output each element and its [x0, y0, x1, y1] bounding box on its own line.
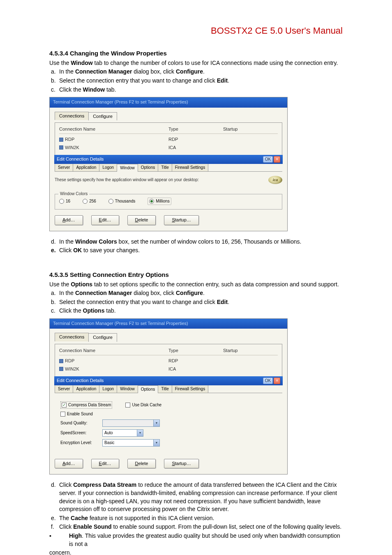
window-note: These settings specify how the applicati… [55, 177, 262, 183]
checkbox-icon [125, 403, 130, 408]
connection-icon [59, 359, 63, 363]
radio-millions[interactable]: Millions [148, 198, 171, 205]
add-button-2[interactable]: Add… [55, 459, 83, 468]
connection-table-2: Connection Name Type Startup RDP RDP WIN… [59, 348, 278, 373]
tab-logon[interactable]: Logon [99, 164, 117, 171]
chevron-down-icon: ▾ [153, 420, 159, 426]
ok-button-2[interactable]: OK [263, 378, 273, 384]
delete-button-2[interactable]: Delete [127, 459, 156, 468]
tab-application[interactable]: Application [73, 164, 99, 171]
close-button-2[interactable]: × [274, 378, 280, 384]
tab-application-2[interactable]: Application [73, 385, 99, 393]
section-2-heading: 4.5.3.5 Setting Connection Entry Options [49, 270, 343, 279]
connection-icon [59, 138, 63, 142]
ok-button[interactable]: OK [263, 156, 273, 163]
disk-cache-checkbox[interactable]: Use Disk Cache [125, 402, 161, 408]
section-1-heading: 4.5.3.4 Changing the Window Properties [49, 49, 343, 58]
radio-256[interactable]: 256 [83, 198, 96, 204]
tab-title-2[interactable]: Title [158, 385, 172, 393]
encryption-combo[interactable]: Basic▾ [102, 439, 160, 447]
section-1-steps: a.In the Connection Manager dialog box, … [49, 68, 343, 94]
tab-server[interactable]: Server [55, 164, 73, 171]
checkbox-icon [62, 403, 67, 408]
tab-title[interactable]: Title [158, 164, 172, 171]
col-connection-name[interactable]: Connection Name [59, 126, 168, 132]
connection-icon [59, 367, 63, 371]
connmgr-titlebar-2: Terminal Connection Manager (Press F2 to… [50, 319, 287, 329]
detail-tabs: Server Application Logon Window Options … [55, 164, 282, 172]
detail-tabs-2: Server Application Logon Window Options … [55, 385, 282, 393]
section-1-intro: Use the Window tab to change the number … [49, 59, 343, 67]
connection-icon [59, 145, 63, 150]
radio-16[interactable]: 16 [59, 198, 70, 204]
edit-button-2[interactable]: Edit… [91, 459, 119, 468]
table-row[interactable]: RDP RDP [59, 357, 278, 365]
figure-options-tab: Terminal Connection Manager (Press F2 to… [49, 318, 288, 474]
section-2-intro: Use the Options tab to set options speci… [49, 281, 343, 289]
tab-options[interactable]: Options [138, 164, 158, 171]
chevron-down-icon: ▾ [137, 430, 143, 436]
tab-firewall-2[interactable]: Firewall Settings [172, 385, 208, 393]
tab-server-2[interactable]: Server [55, 385, 73, 393]
chevron-down-icon: ▾ [153, 440, 159, 446]
tab-connections[interactable]: Connections [55, 112, 89, 120]
connection-table: Connection Name Type Startup RDP RDP WIN… [59, 126, 278, 152]
compress-checkbox[interactable]: Compress Data Stream [60, 401, 112, 409]
section-2-post: d.Click Compress Data Stream to reduce t… [49, 481, 343, 531]
sound-quality-label: Sound Quality: [60, 420, 97, 426]
tab-firewall[interactable]: Firewall Settings [172, 164, 208, 171]
tab-window[interactable]: Window [117, 164, 138, 172]
col-startup-2[interactable]: Startup [223, 348, 278, 354]
col-type[interactable]: Type [168, 126, 223, 132]
enable-sound-checkbox[interactable]: Enable Sound [60, 411, 93, 417]
encryption-label: Encryption Level: [60, 440, 97, 446]
tab-connections-2[interactable]: Connections [55, 333, 89, 341]
tab-window-2[interactable]: Window [117, 385, 138, 393]
startup-button[interactable]: Startup… [164, 215, 198, 225]
figure-window-tab: Terminal Connection Manager (Press F2 to… [49, 97, 288, 231]
add-button[interactable]: Add… [55, 215, 83, 225]
speedscreen-combo[interactable]: Auto▾ [102, 429, 143, 437]
close-button[interactable]: × [274, 156, 280, 163]
ica-logo-icon: ica [268, 176, 282, 184]
tab-configure[interactable]: Configure [88, 112, 117, 120]
connmgr-tabs: Connections Configure [55, 112, 282, 120]
section-1-post: d.In the Window Colors box, set the numb… [49, 238, 343, 255]
sound-quality-combo[interactable]: ▾ [102, 419, 160, 427]
concern-line: concern. [49, 549, 343, 555]
table-row[interactable]: WIN2K ICA [59, 144, 278, 152]
col-connection-name-2[interactable]: Connection Name [59, 348, 168, 354]
button-row: Add… Edit… Delete Startup… [55, 214, 282, 226]
section-2-steps: a.In the Connection Manager dialog box, … [49, 289, 343, 315]
edit-details-titlebar-2: Edit Connection Details OK × [54, 376, 283, 385]
tab-options-2[interactable]: Options [138, 385, 158, 393]
edit-details-titlebar: Edit Connection Details OK × [54, 155, 283, 164]
radio-thousands[interactable]: Thousands [108, 198, 135, 204]
connmgr-titlebar: Terminal Connection Manager (Press F2 to… [50, 97, 287, 107]
col-type-2[interactable]: Type [168, 348, 223, 354]
window-colors-legend: Window Colors [58, 191, 89, 197]
button-row-2: Add… Edit… Delete Startup… [55, 457, 282, 470]
table-row[interactable]: RDP RDP [59, 136, 278, 143]
delete-button[interactable]: Delete [127, 215, 156, 225]
table-row[interactable]: WIN2K ICA [59, 365, 278, 373]
checkbox-icon [60, 412, 65, 417]
connmgr-tabs-2: Connections Configure [55, 333, 282, 341]
edit-button[interactable]: Edit… [91, 215, 119, 225]
speedscreen-label: SpeedScreen: [60, 430, 97, 436]
document-title: BOSSTX2 CE 5.0 User's Manual [49, 25, 343, 37]
tab-configure-2[interactable]: Configure [88, 333, 117, 341]
window-colors-group: Window Colors 16 256 Thousands Millions [55, 194, 282, 210]
startup-button-2[interactable]: Startup… [164, 459, 198, 468]
col-startup[interactable]: Startup [223, 126, 278, 132]
tab-logon-2[interactable]: Logon [99, 385, 117, 393]
bullet-high: ▪ High. This value provides the greatest… [49, 532, 343, 548]
